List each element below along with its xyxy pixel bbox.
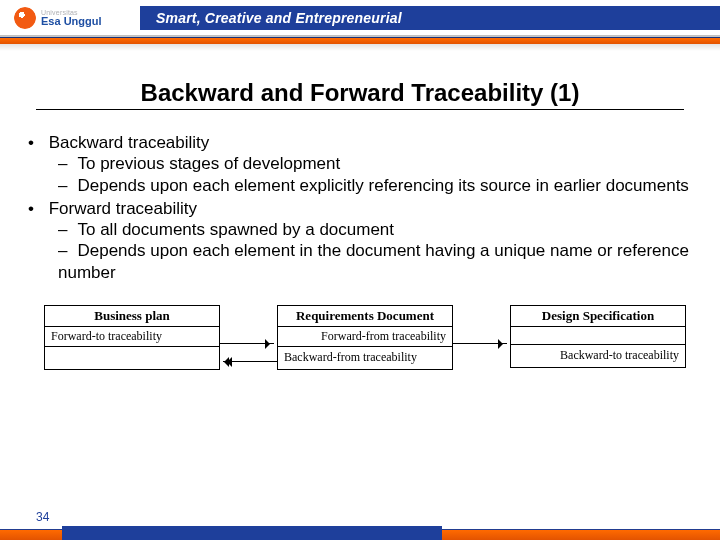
box3-row1 xyxy=(511,327,685,345)
arrow-forward-from-icon xyxy=(453,343,507,345)
box3-row2: Backward-to traceability xyxy=(511,345,685,367)
arrow-forward-to-icon xyxy=(220,343,274,345)
arrow-backward-from-icon xyxy=(223,361,277,363)
box-design-specification: Design Specification Backward-to traceab… xyxy=(510,305,686,368)
box1-row2 xyxy=(45,347,219,369)
tagline-bar: Smart, Creative and Entrepreneurial xyxy=(140,6,720,30)
bullet-backward-sub2: Depends upon each element explicitly ref… xyxy=(58,175,692,196)
brand-logo: Universitas Esa Unggul xyxy=(0,7,140,29)
slide-title: Backward and Forward Traceability (1) xyxy=(36,79,684,110)
header-accent xyxy=(0,38,720,44)
bullet-forward: Forward traceability xyxy=(49,199,197,218)
bullet-forward-sub1: To all documents spawned by a document xyxy=(58,219,692,240)
bullet-backward: Backward traceability xyxy=(49,133,210,152)
box2-title: Requirements Document xyxy=(278,306,452,327)
box-requirements-document: Requirements Document Forward-from trace… xyxy=(277,305,453,370)
box1-title: Business plan xyxy=(45,306,219,327)
box2-row2: Backward-from traceability xyxy=(278,347,452,369)
traceability-diagram: Business plan Forward-to traceability Re… xyxy=(44,305,686,370)
bullet-forward-sub2: Depends upon each element in the documen… xyxy=(58,240,692,283)
slide-footer: 34 xyxy=(0,529,720,540)
brand-name: Esa Unggul xyxy=(41,16,102,27)
footer-accent xyxy=(0,530,720,540)
footer-blue-block xyxy=(62,526,442,540)
box2-row1: Forward-from traceability xyxy=(278,327,452,347)
page-number: 34 xyxy=(36,510,49,524)
box1-row1: Forward-to traceability xyxy=(45,327,219,347)
slide-header: Universitas Esa Unggul Smart, Creative a… xyxy=(0,0,720,45)
box3-title: Design Specification xyxy=(511,306,685,327)
bullet-backward-sub1: To previous stages of development xyxy=(58,153,692,174)
tagline-text: Smart, Creative and Entrepreneurial xyxy=(156,10,402,26)
box-business-plan: Business plan Forward-to traceability xyxy=(44,305,220,370)
logo-icon xyxy=(14,7,36,29)
slide-body: Backward traceability To previous stages… xyxy=(28,132,692,283)
